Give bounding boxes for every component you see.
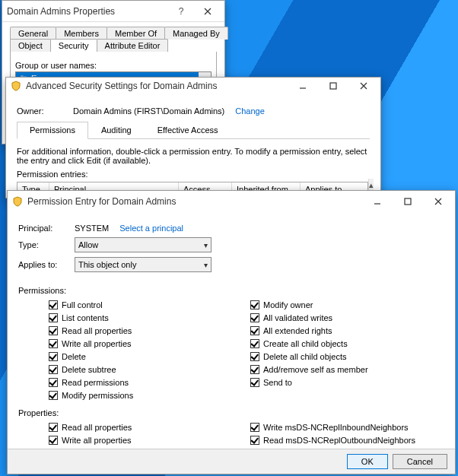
- checkbox[interactable]: [250, 300, 259, 309]
- type-combo[interactable]: Allow ▾: [75, 237, 212, 252]
- tabs-row-1: GeneralMembersMember OfManaged By: [10, 27, 217, 40]
- minimize-icon[interactable]: [288, 78, 318, 94]
- owner-value: Domain Admins (FIRST\Domain Admins): [73, 106, 224, 116]
- tab-object[interactable]: Object: [10, 39, 51, 52]
- info-text: For additional information, double-click…: [17, 147, 370, 165]
- help-icon[interactable]: ?: [170, 6, 192, 17]
- permission-item[interactable]: Full control: [49, 299, 243, 311]
- tab-effective-access[interactable]: Effective Access: [145, 122, 231, 138]
- checkbox[interactable]: [250, 339, 259, 348]
- svg-rect-12: [405, 198, 411, 205]
- checkbox-label: Read msDS-NCReplOutboundNeighbors: [263, 436, 415, 445]
- permission-item[interactable]: All extended rights: [250, 325, 444, 337]
- checkbox[interactable]: [250, 365, 259, 374]
- dialog-button-bar: OK Cancel: [8, 449, 455, 474]
- checkbox-label: Read permissions: [62, 378, 129, 387]
- checkbox[interactable]: [250, 352, 259, 361]
- tab-member-of[interactable]: Member Of: [107, 27, 165, 40]
- property-item[interactable]: Read msDS-NCReplOutboundNeighbors: [250, 434, 444, 446]
- checkbox-label: All validated writes: [263, 313, 332, 322]
- checkbox[interactable]: [49, 391, 58, 400]
- close-icon[interactable]: [423, 193, 453, 210]
- property-item[interactable]: Read all properties: [49, 421, 243, 433]
- tab-managed-by[interactable]: Managed By: [164, 27, 228, 40]
- permission-item[interactable]: Read all properties: [49, 325, 243, 337]
- principal-label: Principal:: [18, 224, 64, 233]
- chevron-down-icon: ▾: [204, 261, 208, 269]
- permission-item[interactable]: Delete subtree: [49, 363, 243, 376]
- checkbox-label: Send to: [263, 378, 292, 387]
- permission-item[interactable]: Send to: [250, 376, 444, 389]
- tab-permissions[interactable]: Permissions: [17, 122, 88, 139]
- permission-item[interactable]: Delete all child objects: [250, 351, 444, 363]
- select-principal-link[interactable]: Select a principal: [119, 224, 183, 233]
- checkbox-label: Write msDS-NCReplInboundNeighbors: [263, 423, 409, 432]
- checkbox-label: Create all child objects: [263, 339, 348, 348]
- window-advanced-security-settings: Advanced Security Settings for Domain Ad…: [5, 77, 381, 198]
- tabs-row-2: ObjectSecurityAttribute Editor: [10, 39, 217, 52]
- checkbox-label: Delete: [62, 352, 86, 361]
- checkbox[interactable]: [49, 352, 58, 361]
- checkbox[interactable]: [49, 365, 58, 374]
- checkbox-label: Full control: [62, 300, 103, 309]
- checkbox[interactable]: [49, 423, 58, 432]
- checkbox-label: Write all properties: [62, 436, 132, 445]
- checkbox-label: Write all properties: [62, 339, 132, 348]
- tab-general[interactable]: General: [10, 27, 56, 40]
- permission-entries-label: Permission entries:: [17, 170, 370, 179]
- titlebar-permission-entry[interactable]: Permission Entry for Domain Admins: [8, 191, 455, 211]
- permission-item[interactable]: Delete: [49, 351, 243, 363]
- checkbox[interactable]: [250, 436, 259, 445]
- applies-to-combo[interactable]: This object only ▾: [75, 257, 212, 272]
- type-combo-value: Allow: [78, 240, 98, 249]
- permission-item[interactable]: Modify permissions: [49, 389, 243, 401]
- checkbox[interactable]: [49, 313, 58, 322]
- checkbox[interactable]: [250, 423, 259, 432]
- close-icon[interactable]: [348, 78, 379, 94]
- permission-item[interactable]: Add/remove self as member: [250, 363, 444, 376]
- titlebar-properties[interactable]: Domain Admins Properties ?: [2, 1, 224, 22]
- tab-security[interactable]: Security: [50, 39, 97, 52]
- property-item[interactable]: Write msDS-NCReplInboundNeighbors: [250, 421, 444, 433]
- permission-item[interactable]: Read permissions: [49, 376, 243, 389]
- title-text: Advanced Security Settings for Domain Ad…: [26, 81, 288, 91]
- cancel-button[interactable]: Cancel: [393, 454, 447, 469]
- checkbox-label: Read all properties: [62, 326, 132, 335]
- checkbox[interactable]: [49, 326, 58, 335]
- group-or-user-names-label: Group or user names:: [15, 61, 212, 70]
- shield-icon: [12, 196, 23, 207]
- checkbox[interactable]: [49, 436, 58, 445]
- change-owner-link[interactable]: Change: [235, 106, 265, 116]
- property-item[interactable]: Write all properties: [49, 434, 243, 446]
- scroll-up-icon[interactable]: ▴: [369, 179, 374, 191]
- checkbox-label: List contents: [62, 313, 109, 322]
- ok-button[interactable]: OK: [347, 454, 388, 469]
- permission-item[interactable]: Modify owner: [250, 299, 444, 311]
- checkbox[interactable]: [49, 378, 58, 387]
- tab-auditing[interactable]: Auditing: [88, 122, 145, 138]
- checkbox[interactable]: [49, 300, 58, 309]
- maximize-icon[interactable]: [393, 193, 423, 210]
- security-tabs: PermissionsAuditingEffective Access: [17, 122, 370, 139]
- checkbox[interactable]: [250, 326, 259, 335]
- maximize-icon[interactable]: [318, 78, 348, 94]
- checkbox-label: All extended rights: [263, 326, 332, 335]
- tab-attribute-editor[interactable]: Attribute Editor: [97, 39, 169, 52]
- chevron-down-icon: ▾: [204, 241, 208, 249]
- permission-item[interactable]: Write all properties: [49, 338, 243, 350]
- title-text: Domain Admins Properties: [7, 6, 170, 17]
- close-icon[interactable]: [192, 3, 223, 20]
- permission-item[interactable]: List contents: [49, 312, 243, 324]
- minimize-icon[interactable]: [362, 193, 393, 210]
- checkbox-label: Add/remove self as member: [263, 365, 368, 374]
- checkbox-label: Delete subtree: [62, 365, 116, 374]
- permission-item[interactable]: All validated writes: [250, 312, 444, 324]
- checkbox[interactable]: [49, 339, 58, 348]
- properties-label: Properties:: [18, 408, 444, 417]
- permission-item[interactable]: Create all child objects: [250, 338, 444, 350]
- checkbox[interactable]: [250, 313, 259, 322]
- tab-members[interactable]: Members: [56, 27, 107, 40]
- titlebar-advanced[interactable]: Advanced Security Settings for Domain Ad…: [6, 78, 380, 94]
- checkbox[interactable]: [250, 378, 259, 387]
- type-label: Type:: [18, 240, 64, 249]
